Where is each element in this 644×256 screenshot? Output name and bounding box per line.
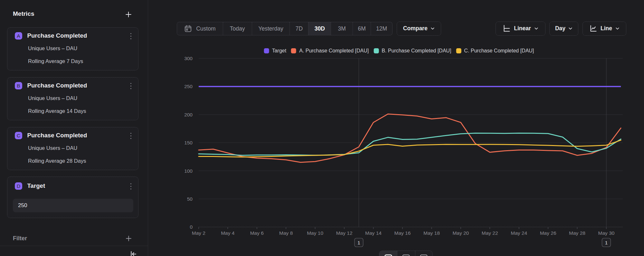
svg-text:May 4: May 4	[221, 230, 235, 236]
svg-text:May 14: May 14	[365, 230, 382, 236]
svg-text:May 30: May 30	[598, 230, 615, 236]
svg-text:0: 0	[190, 224, 193, 230]
svg-text:May 24: May 24	[511, 230, 527, 236]
svg-text:200: 200	[184, 112, 193, 117]
svg-text:May 12: May 12	[336, 230, 353, 236]
svg-text:May 16: May 16	[394, 230, 411, 236]
svg-text:50: 50	[187, 196, 193, 202]
svg-text:1: 1	[605, 240, 608, 245]
svg-text:250: 250	[184, 84, 193, 89]
svg-text:100: 100	[184, 168, 193, 174]
svg-text:May 22: May 22	[482, 230, 498, 236]
svg-text:May 26: May 26	[540, 230, 556, 236]
svg-text:May 8: May 8	[279, 230, 293, 236]
svg-text:May 6: May 6	[250, 230, 264, 236]
svg-text:May 2: May 2	[192, 230, 205, 236]
svg-text:May 20: May 20	[452, 230, 469, 236]
svg-text:1: 1	[357, 240, 360, 245]
svg-text:May 10: May 10	[307, 230, 323, 236]
svg-text:May 18: May 18	[423, 230, 440, 236]
svg-text:300: 300	[184, 56, 193, 61]
svg-text:May 28: May 28	[569, 230, 585, 236]
svg-text:150: 150	[184, 140, 193, 145]
